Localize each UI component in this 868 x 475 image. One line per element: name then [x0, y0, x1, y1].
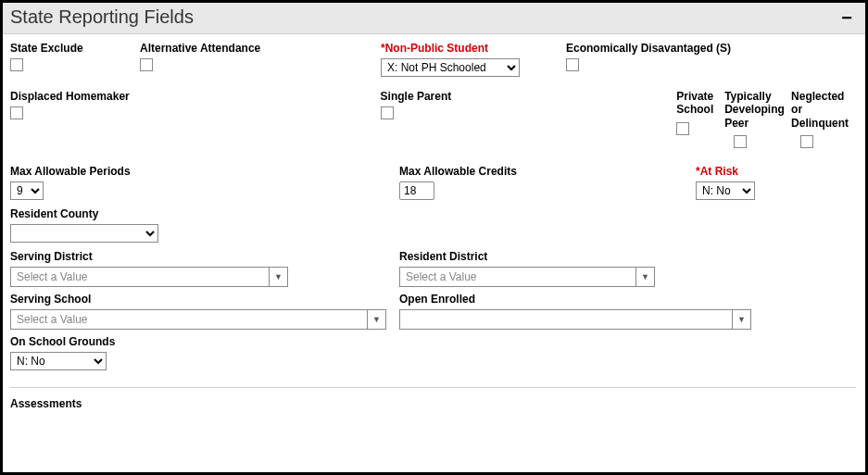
row-2: Displaced Homemaker Single Parent Privat… — [10, 90, 856, 148]
chevron-down-icon: ▼ — [732, 310, 750, 329]
serving-district-label: Serving District — [10, 250, 399, 263]
alt-attendance-label: Alternative Attendance — [140, 42, 381, 55]
row-7: On School Grounds N: No — [10, 335, 856, 370]
panel-header: State Reporting Fields − — [3, 3, 865, 34]
row-5: Serving District Select a Value ▼ Reside… — [10, 250, 856, 287]
private-school-checkbox[interactable] — [676, 122, 689, 135]
resident-district-combo[interactable]: Select a Value ▼ — [399, 267, 655, 287]
chevron-down-icon: ▼ — [269, 268, 287, 286]
max-credits-input[interactable] — [399, 181, 434, 200]
max-credits-label: Max Allowable Credits — [399, 165, 696, 178]
state-exclude-checkbox[interactable] — [10, 58, 23, 71]
typically-developing-peer-label: Typically Developing Peer — [724, 90, 791, 130]
assessments-section-title: Assessments — [10, 397, 856, 410]
open-enrolled-combo[interactable]: ▼ — [399, 309, 751, 330]
private-school-label: Private School — [676, 90, 724, 117]
max-periods-label: Max Allowable Periods — [10, 165, 399, 178]
on-school-grounds-select[interactable]: N: No — [10, 352, 107, 370]
econ-disadvantaged-label: Economically Disavantaged (S) — [566, 42, 807, 55]
at-risk-select[interactable]: N: No — [696, 181, 755, 200]
collapse-icon[interactable]: − — [837, 8, 856, 27]
resident-district-placeholder: Select a Value — [400, 270, 635, 283]
alt-attendance-checkbox[interactable] — [140, 58, 153, 71]
max-periods-select[interactable]: 9 — [10, 181, 44, 200]
neglected-delinquent-checkbox[interactable] — [800, 135, 813, 148]
serving-school-placeholder: Select a Value — [11, 313, 367, 326]
state-exclude-label: State Exclude — [10, 42, 140, 55]
non-public-student-select[interactable]: X: Not PH Schooled — [381, 58, 520, 77]
single-parent-checkbox[interactable] — [381, 106, 394, 119]
resident-county-label: Resident County — [10, 207, 158, 220]
resident-district-label: Resident District — [399, 250, 770, 263]
displaced-homemaker-label: Displaced Homemaker — [10, 90, 381, 103]
on-school-grounds-label: On School Grounds — [10, 335, 195, 348]
typically-developing-peer-checkbox[interactable] — [734, 135, 747, 148]
section-divider — [10, 387, 856, 388]
at-risk-label: *At Risk — [696, 165, 788, 178]
row-1: State Exclude Alternative Attendance *No… — [10, 42, 856, 77]
panel-body: State Exclude Alternative Attendance *No… — [3, 34, 865, 410]
neglected-delinquent-label: Neglected or Delinquent — [791, 90, 856, 130]
panel-title: State Reporting Fields — [10, 6, 194, 28]
chevron-down-icon: ▼ — [367, 310, 385, 329]
non-public-student-label: *Non-Public Student — [381, 42, 566, 55]
chevron-down-icon: ▼ — [635, 268, 654, 286]
serving-district-placeholder: Select a Value — [11, 270, 269, 283]
row-3: Max Allowable Periods 9 Max Allowable Cr… — [10, 165, 856, 200]
displaced-homemaker-checkbox[interactable] — [10, 106, 23, 119]
open-enrolled-label: Open Enrolled — [399, 293, 770, 306]
econ-disadvantaged-checkbox[interactable] — [566, 58, 579, 71]
serving-district-combo[interactable]: Select a Value ▼ — [10, 267, 288, 287]
row-4: Resident County — [10, 207, 856, 243]
single-parent-label: Single Parent — [381, 90, 677, 103]
resident-county-select[interactable] — [10, 224, 158, 243]
serving-school-label: Serving School — [10, 293, 399, 306]
row-6: Serving School Select a Value ▼ Open Enr… — [10, 293, 856, 330]
serving-school-combo[interactable]: Select a Value ▼ — [10, 309, 386, 330]
